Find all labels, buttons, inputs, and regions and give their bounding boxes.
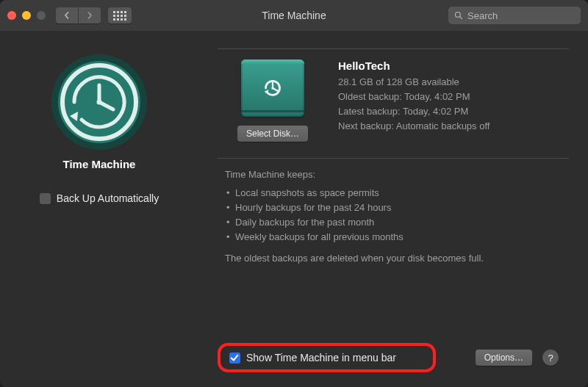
keeps-note: The oldest backups are deleted when your… [225,253,562,264]
keeps-heading: Time Machine keeps: [225,169,562,180]
select-disk-button[interactable]: Select Disk… [237,126,308,142]
list-item: Daily backups for the past month [226,215,562,230]
list-item: Local snapshots as space permits [226,186,562,200]
checkbox-checked-icon [229,352,240,364]
divider [218,48,569,49]
next-backup: Next backup: Automatic backups off [338,119,562,134]
chevron-right-icon [86,12,93,19]
disk-space: 28.1 GB of 128 GB available [338,75,562,90]
grid-icon [113,11,126,21]
search-wrap [448,7,581,24]
back-button[interactable] [56,7,78,23]
keeps-list: Local snapshots as space permits Hourly … [225,186,562,245]
search-input[interactable] [467,10,588,21]
svg-line-1 [460,17,462,19]
footer: Show Time Machine in menu bar Options… ? [218,334,569,387]
minimize-window-button[interactable] [22,11,31,20]
divider [218,158,569,159]
search-icon [454,11,463,20]
svg-line-12 [273,88,278,91]
main-pane: Select Disk… HelloTech 28.1 GB of 128 GB… [198,31,588,387]
auto-backup-checkbox[interactable]: Back Up Automatically [40,192,159,204]
nav-buttons [56,7,101,23]
help-button[interactable]: ? [542,350,559,366]
sidebar-title: Time Machine [63,158,136,170]
keeps-section: Time Machine keeps: Local snapshots as s… [218,169,569,264]
show-all-button[interactable] [108,7,132,23]
disk-row: Select Disk… HelloTech 28.1 GB of 128 GB… [218,59,569,153]
highlight-box: Show Time Machine in menu bar [218,343,436,372]
backup-disk-icon [241,59,304,117]
list-item: Weekly backups for all previous months [226,230,562,245]
oldest-backup: Oldest backup: Today, 4:02 PM [338,90,562,104]
forward-button[interactable] [79,7,101,23]
disk-column: Select Disk… [225,59,320,142]
preferences-window: Time Machine Time Machine [0,0,588,387]
time-machine-icon [50,53,148,151]
close-window-button[interactable] [7,11,16,20]
list-item: Hourly backups for the past 24 hours [226,200,562,215]
disk-name: HelloTech [338,59,562,72]
checkbox-icon [40,193,51,204]
svg-marker-9 [265,90,269,95]
traffic-lights [7,11,46,20]
maximize-window-button[interactable] [37,11,46,20]
auto-backup-label: Back Up Automatically [57,192,159,204]
chevron-left-icon [63,12,71,19]
latest-backup: Latest backup: Today, 4:02 PM [338,104,562,119]
svg-point-0 [456,12,461,18]
options-button[interactable]: Options… [476,350,532,366]
body: Time Machine Back Up Automatically [0,31,588,387]
search-field[interactable] [448,7,581,24]
titlebar: Time Machine [0,0,588,31]
show-in-menu-bar-label: Show Time Machine in menu bar [246,352,396,364]
sidebar: Time Machine Back Up Automatically [0,31,198,387]
show-in-menu-bar-checkbox[interactable]: Show Time Machine in menu bar [229,352,396,364]
disk-info: HelloTech 28.1 GB of 128 GB available Ol… [338,59,562,142]
